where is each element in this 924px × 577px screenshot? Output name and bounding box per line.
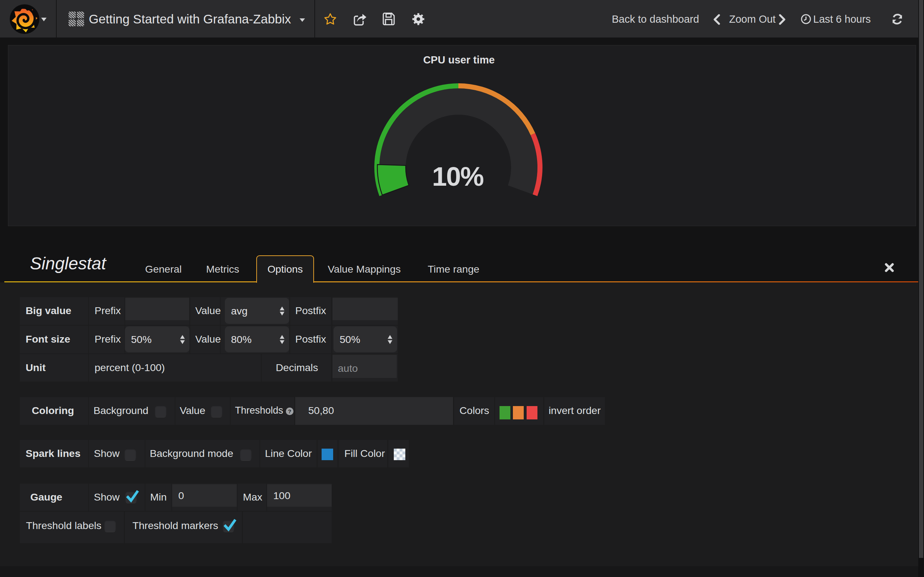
svg-text:?: ? — [288, 408, 291, 414]
